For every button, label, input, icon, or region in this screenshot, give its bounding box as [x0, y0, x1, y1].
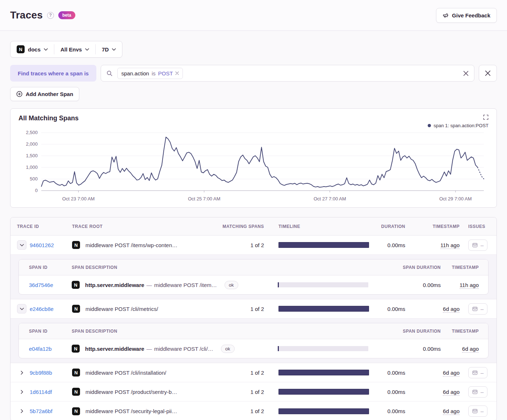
nextjs-icon: N: [72, 388, 80, 396]
svg-text:2,500: 2,500: [26, 130, 38, 135]
duration-value: 0.00ms: [369, 408, 405, 414]
span-description: middleware POST /cli/…: [154, 346, 213, 352]
timestamp-value[interactable]: 6d ago: [443, 389, 460, 396]
page-title: Traces: [10, 9, 43, 21]
trace-root-label: middleware POST /product/sentry-b…: [85, 389, 177, 395]
col-duration: Duration: [369, 224, 405, 229]
chevron-down-icon: [85, 48, 89, 51]
svg-text:0: 0: [35, 188, 38, 193]
duration-value: 0.00ms: [369, 242, 405, 248]
span-timestamp-value[interactable]: 11h ago: [460, 282, 479, 289]
span-id-link[interactable]: e04fa12b: [29, 346, 52, 352]
nextjs-icon: N: [72, 407, 80, 415]
expand-chart-button[interactable]: [483, 115, 489, 120]
table-row: 9cb9f88b N middleware POST /cli/installa…: [11, 363, 496, 382]
svg-text:Oct 25 7:00 AM: Oct 25 7:00 AM: [188, 196, 221, 201]
issues-button[interactable]: –: [468, 406, 487, 417]
timeline-bar[interactable]: [278, 389, 369, 395]
span-row: e04fa12b N http.server.middleware — midd…: [19, 339, 488, 358]
matching-spans-count: 1 of 2: [204, 408, 264, 414]
chart-title: All Matching Spans: [18, 115, 79, 122]
trace-id-link[interactable]: 1d6114df: [30, 389, 52, 395]
expand-row-button[interactable]: [17, 368, 26, 377]
trace-id-link[interactable]: 9cb9f88b: [30, 370, 52, 376]
issues-count: –: [481, 370, 483, 376]
col-timeline: Timeline: [264, 224, 369, 229]
trace-id-link[interactable]: 94601262: [30, 242, 54, 248]
svg-text:Oct 23 7:00 AM: Oct 23 7:00 AM: [62, 196, 95, 201]
issues-button[interactable]: –: [468, 240, 487, 251]
help-icon[interactable]: ?: [47, 12, 54, 19]
issues-count: –: [481, 306, 483, 312]
duration-value: 0.00ms: [369, 370, 405, 376]
environment-filter[interactable]: All Envs: [54, 41, 95, 57]
chevron-right-icon: [21, 371, 23, 375]
issues-count: –: [481, 389, 483, 395]
span-separator: —: [147, 282, 152, 288]
clear-search-button[interactable]: [463, 71, 469, 76]
nextjs-icon: N: [72, 305, 80, 313]
timeline-bar[interactable]: [278, 408, 369, 414]
timestamp-value[interactable]: 6d ago: [443, 306, 460, 313]
traces-table: Trace ID Trace Root Matching Spans Timel…: [10, 217, 497, 420]
span-timestamp-value[interactable]: 6d ago: [462, 346, 479, 353]
col-span-duration: Span Duration: [368, 329, 441, 334]
trace-id-link[interactable]: 5b72a6bf: [30, 408, 53, 414]
trace-root-label: middleware POST /items/wp-conten…: [85, 242, 177, 248]
span-id-link[interactable]: 36d7546e: [29, 282, 53, 288]
nextjs-icon: N: [17, 45, 25, 53]
give-feedback-button[interactable]: Give Feedback: [436, 8, 497, 23]
issues-icon: [472, 370, 478, 375]
collapse-row-button[interactable]: [17, 240, 26, 250]
svg-text:1,000: 1,000: [26, 165, 38, 170]
remove-token-icon[interactable]: [175, 71, 179, 75]
svg-text:Oct 29 7:00 AM: Oct 29 7:00 AM: [439, 196, 472, 201]
chevron-down-icon: [20, 244, 24, 246]
svg-text:2,000: 2,000: [26, 141, 38, 147]
issues-button[interactable]: –: [468, 303, 487, 315]
date-range-filter-label: 7D: [102, 46, 109, 53]
add-another-span-label: Add Another Span: [26, 91, 73, 97]
chevron-right-icon: [21, 409, 23, 413]
project-filter[interactable]: N docs: [11, 41, 54, 57]
span-timeline-track[interactable]: [278, 346, 368, 351]
issues-button[interactable]: –: [468, 367, 487, 378]
spans-line-chart: 05001,0001,5002,0002,500Oct 23 7:00 AMOc…: [18, 129, 489, 205]
legend-label: span 1: span.action:POST: [433, 123, 489, 128]
col-span-timestamp: Timestamp: [441, 329, 488, 334]
chevron-down-icon: [112, 48, 116, 51]
issues-button[interactable]: –: [468, 386, 487, 398]
issues-icon: [472, 306, 478, 312]
search-filter-token[interactable]: span.action is POST: [117, 68, 183, 79]
timestamp-value[interactable]: 11h ago: [440, 242, 460, 249]
help-glyph: ?: [49, 13, 52, 18]
expand-row-button[interactable]: [17, 387, 26, 396]
close-icon: [485, 70, 491, 76]
timeline-bar[interactable]: [278, 306, 369, 312]
table-row: 1d6114df N middleware POST /product/sent…: [11, 382, 496, 402]
chart-legend: span 1: span.action:POST: [18, 123, 489, 128]
page-header: Traces ? beta Give Feedback: [0, 0, 507, 31]
span-duration-value: 0.00ms: [368, 282, 441, 288]
col-span-description: Span Description: [72, 329, 278, 334]
megaphone-icon: [443, 12, 449, 18]
trace-id-link[interactable]: e246cb8e: [30, 306, 54, 312]
nextjs-letter: N: [74, 346, 77, 352]
date-range-filter[interactable]: 7D: [96, 41, 122, 57]
token-operator: is: [152, 70, 156, 76]
matching-spans-chart-panel: All Matching Spans span 1: span.action:P…: [10, 108, 497, 208]
nextjs-letter: N: [74, 282, 77, 288]
span-timeline-track[interactable]: [278, 282, 368, 287]
expand-row-button[interactable]: [17, 407, 26, 416]
chevron-down-icon: [20, 308, 24, 310]
col-span-timestamp: Timestamp: [441, 265, 488, 270]
col-span-duration: Span Duration: [368, 265, 441, 270]
timestamp-value[interactable]: 6d ago: [443, 370, 460, 377]
remove-span-filter-button[interactable]: [479, 65, 497, 82]
add-another-span-button[interactable]: Add Another Span: [10, 87, 79, 101]
span-search-input[interactable]: span.action is POST: [101, 65, 474, 82]
timestamp-value[interactable]: 6d ago: [443, 408, 460, 415]
timeline-bar[interactable]: [278, 242, 369, 248]
timeline-bar[interactable]: [278, 370, 369, 375]
collapse-row-button[interactable]: [17, 304, 26, 313]
